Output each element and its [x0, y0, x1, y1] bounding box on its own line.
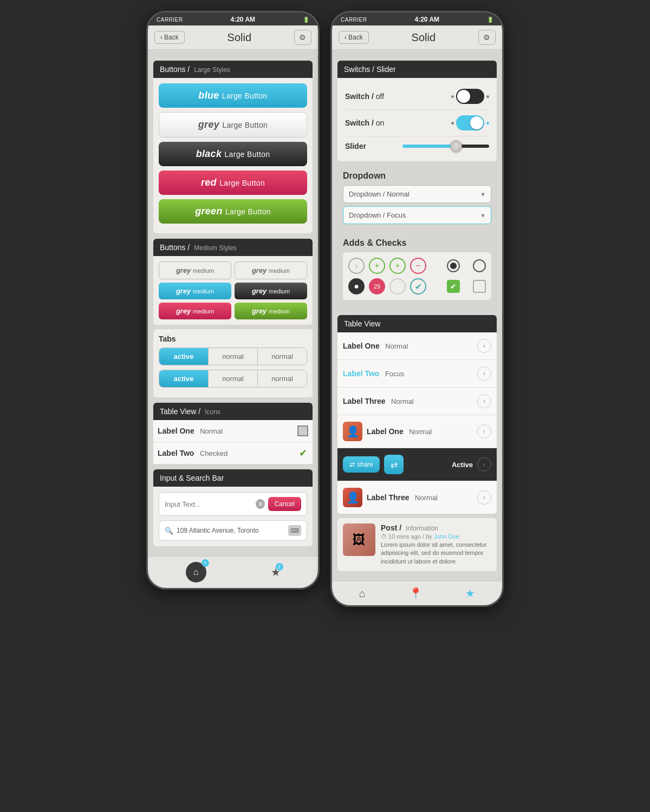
- right-table-row-3[interactable]: Label Three Normal ›: [337, 388, 497, 415]
- search-icon: 🔍: [165, 527, 173, 535]
- share-icon-btn[interactable]: ⇄: [384, 455, 404, 474]
- checkbox-checked[interactable]: ✔: [297, 448, 308, 459]
- blue-large-button[interactable]: blue Large Button: [159, 83, 307, 108]
- buttons-large-body: blue Large Button grey Large Button blac…: [153, 78, 313, 233]
- medium-button-5[interactable]: grey medium: [159, 303, 231, 319]
- right-gear-button[interactable]: ⚙: [478, 30, 496, 45]
- chevron-right-1[interactable]: ›: [477, 339, 491, 353]
- star-button[interactable]: ★ 2: [271, 566, 281, 579]
- left-back-button[interactable]: ‹ Back: [154, 31, 185, 44]
- medium-button-2[interactable]: grey medium: [235, 261, 307, 279]
- grey-large-button[interactable]: grey Large Button: [159, 112, 307, 137]
- chevron-right-3[interactable]: ›: [477, 394, 491, 408]
- checkbox-empty-btn[interactable]: [473, 280, 486, 293]
- right-back-button[interactable]: ‹ Back: [339, 31, 369, 44]
- table-icon-row-1[interactable]: Label One Normal: [153, 420, 313, 442]
- switch-off-track[interactable]: [456, 89, 484, 104]
- left-nav-title: Solid: [227, 31, 251, 44]
- right-table-row-6[interactable]: 👤 Label Three Normal ›: [337, 481, 497, 514]
- right-table-row-4[interactable]: 👤 Label One Normal ›: [337, 415, 497, 448]
- tabs-row-1: active normal normal: [159, 348, 307, 365]
- tab-normal-4[interactable]: normal: [258, 370, 307, 387]
- post-author-link[interactable]: John Doe: [434, 533, 459, 540]
- radio-empty-btn[interactable]: [473, 259, 486, 272]
- left-carrier: CARRIER: [157, 17, 183, 23]
- teal-check-icon-btn[interactable]: ✔: [410, 278, 426, 294]
- left-content: Buttons / Large Styles blue Large Button…: [148, 50, 318, 556]
- minus-circle-icon-btn[interactable]: −: [410, 258, 426, 274]
- switch-off-control[interactable]: [451, 89, 489, 104]
- left-nav: ‹ Back Solid ⚙: [148, 25, 318, 50]
- switch-on-control[interactable]: [451, 115, 489, 130]
- right-pin-button[interactable]: 📍: [409, 587, 422, 600]
- plus-circle-icon-btn[interactable]: +: [369, 258, 385, 274]
- input-clear-button[interactable]: ✕: [256, 499, 265, 509]
- right-table-row-2[interactable]: Label Two Focus ›: [337, 360, 497, 388]
- right-home-button[interactable]: ⌂: [359, 587, 366, 600]
- medium-button-6[interactable]: grey medium: [235, 303, 307, 319]
- medium-button-3[interactable]: grey medium: [159, 283, 231, 299]
- share-button[interactable]: ⇄ share: [343, 456, 380, 473]
- tab-active-2[interactable]: active: [159, 370, 209, 387]
- chevron-right-icon-btn[interactable]: ›: [348, 258, 365, 274]
- right-star-button[interactable]: ★: [465, 587, 475, 600]
- tab-normal-1[interactable]: normal: [209, 348, 258, 365]
- chevron-right-2[interactable]: ›: [477, 366, 491, 381]
- slider-container[interactable]: [402, 145, 489, 148]
- search-input-field[interactable]: [177, 527, 288, 534]
- star-badge: 2: [276, 563, 283, 571]
- black-circle-icon-btn[interactable]: ●: [348, 278, 365, 294]
- slider-row: Slider: [345, 136, 489, 156]
- avatar-2: 👤: [343, 488, 362, 507]
- right-pin-icon: 📍: [409, 587, 422, 599]
- dropdown-focus-wrapper: Dropdown / Normal Dropdown / Focus Dropd…: [343, 206, 491, 224]
- buttons-large-header: Buttons / Large Styles: [153, 61, 313, 78]
- black-large-button[interactable]: black Large Button: [159, 142, 307, 166]
- right-row-4-text: Label One Normal: [367, 427, 477, 436]
- slider-knob[interactable]: [450, 140, 462, 152]
- home-button[interactable]: ⌂ +: [186, 562, 206, 582]
- badge-number-icon-btn[interactable]: 29: [369, 278, 385, 294]
- table-icon-row-2[interactable]: Label Two Checked ✔: [153, 442, 313, 464]
- checkbox-empty[interactable]: [297, 425, 308, 436]
- dropdown-focus-select[interactable]: Dropdown / Normal Dropdown / Focus Dropd…: [343, 206, 491, 224]
- share-icon: ⇄: [349, 461, 355, 468]
- chevron-left-5[interactable]: ‹: [477, 457, 491, 472]
- right-row-2-text: Label Two Focus: [343, 369, 404, 378]
- medium-buttons-grid: grey medium grey medium grey medium grey…: [159, 261, 307, 319]
- switch-on-track[interactable]: [456, 115, 484, 130]
- switch-off-knob: [457, 90, 470, 103]
- right-back-label: Back: [348, 34, 363, 41]
- checkbox-green-btn[interactable]: ✔: [447, 280, 460, 293]
- adds-row-1: › + + −: [348, 258, 486, 274]
- radio-filled-btn[interactable]: [447, 259, 460, 272]
- slider-track[interactable]: [402, 145, 489, 148]
- right-table-row-5[interactable]: ⇄ share ⇄ Active ‹: [337, 448, 497, 481]
- cancel-button[interactable]: Cancel: [268, 497, 301, 511]
- search-mic-button[interactable]: ⌨: [288, 525, 301, 536]
- adds-checks-header: Adds & Checks: [343, 238, 491, 248]
- left-gear-button[interactable]: ⚙: [294, 30, 311, 45]
- grey-circle-icon-btn[interactable]: [389, 278, 406, 294]
- medium-button-4[interactable]: grey medium: [235, 283, 307, 299]
- red-large-button[interactable]: red Large Button: [159, 171, 307, 195]
- right-home-icon: ⌂: [359, 587, 366, 599]
- tab-normal-3[interactable]: normal: [209, 370, 258, 387]
- green-large-button[interactable]: green Large Button: [159, 199, 307, 224]
- slider-label: Slider: [345, 142, 366, 150]
- medium-button-1[interactable]: grey medium: [159, 261, 231, 279]
- adds-checks-body: › + + − ● 29 ✔ ✔: [343, 252, 491, 300]
- right-table-row-1[interactable]: Label One Normal ›: [337, 332, 497, 360]
- tab-normal-2[interactable]: normal: [258, 348, 307, 365]
- share-icon-2: ⇄: [391, 460, 398, 470]
- right-back-chevron: ‹: [344, 34, 347, 41]
- post-meta: ⏱ 10 mins ago / by John Doe: [381, 533, 491, 540]
- dropdown-normal-select[interactable]: Dropdown / Normal Dropdown / Focus Dropd…: [343, 185, 491, 203]
- chevron-right-4[interactable]: ›: [477, 424, 491, 438]
- plus-circle-2-icon-btn[interactable]: +: [389, 258, 406, 274]
- chevron-right-6[interactable]: ›: [477, 490, 491, 505]
- left-back-chevron: ‹: [160, 34, 162, 41]
- tab-active-1[interactable]: active: [159, 348, 209, 365]
- post-image: 🖼: [343, 523, 375, 556]
- input-text-field[interactable]: [165, 500, 256, 508]
